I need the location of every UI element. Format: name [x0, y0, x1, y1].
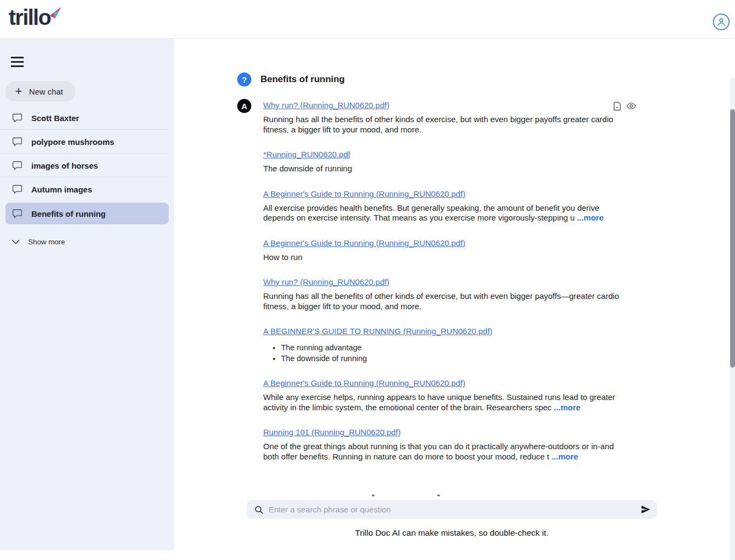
result-group: Why run? (Running_RUN0620.pdf)Running ha… — [263, 277, 629, 311]
result-group: Running 101 (Running_RUN0620.pdf)One of … — [263, 428, 629, 462]
sidebar-item-scott-baxter[interactable]: Scott Baxter — [0, 106, 174, 130]
sidebar-item-autumn-images[interactable]: Autumn images — [0, 177, 174, 201]
new-chat-button[interactable]: + New chat — [5, 81, 76, 102]
logo-paper-plane-icon — [49, 6, 62, 22]
result-link[interactable]: A Beginner's Guide to Running (Running_R… — [263, 238, 465, 248]
result-link[interactable]: A BEGINNER'S GUIDE TO RUNNING (Running_R… — [263, 326, 492, 336]
app-header: trillo — [0, 0, 735, 39]
result-snippet: Running has all the benefits of other ki… — [263, 291, 629, 311]
snippet-text: The downside of running — [263, 164, 352, 173]
chat-item-label: images of horses — [31, 161, 98, 170]
clipped-link-fragment — [372, 495, 375, 496]
result-snippet: How to run — [263, 252, 629, 263]
send-arrow-icon — [640, 504, 651, 515]
chat-bubble-icon — [12, 137, 23, 146]
result-actions — [612, 101, 636, 111]
result-group: A BEGINNER'S GUIDE TO RUNNING (Running_R… — [263, 326, 629, 363]
result-snippet: All exercise provides health benefits. B… — [263, 203, 629, 223]
sidebar: + New chat Scott Baxterpolypore mushroom… — [0, 39, 174, 550]
logo-text: trillo — [9, 5, 51, 29]
question-icon: ? — [237, 72, 251, 86]
chat-bubble-icon — [12, 209, 23, 218]
chat-bubble-icon — [12, 113, 23, 123]
result-snippet: The downside of running — [263, 164, 629, 174]
result-link[interactable]: A Beginner's Guide to Running (Running_R… — [263, 378, 465, 388]
chat-item-label: Scott Baxter — [31, 114, 79, 123]
answer-icon: A — [237, 99, 251, 113]
result-link[interactable]: *Running_RUN0620.pdf — [263, 150, 350, 159]
sidebar-item-benefits-of-running[interactable]: Benefits of running — [5, 203, 169, 224]
snippet-text: Running has all the benefits of other ki… — [263, 291, 619, 311]
sidebar-item-polypore-mushrooms[interactable]: polypore mushrooms — [0, 130, 174, 154]
chat-item-label: Autumn images — [31, 185, 92, 194]
result-snippet: Running has all the benefits of other ki… — [263, 115, 629, 135]
bullet-item: The running advantage — [281, 343, 629, 353]
chat-bubble-icon — [12, 184, 23, 194]
result-bullet-list: The running advantageThe downside of run… — [281, 343, 629, 363]
question-row: ? Benefits of running — [237, 72, 345, 86]
result-link[interactable]: Why run? (Running_RUN0620.pdf) — [263, 101, 389, 110]
show-more-button[interactable]: Show more — [0, 234, 174, 250]
chevron-down-icon — [12, 239, 19, 244]
result-group: Why run? (Running_RUN0620.pdf)Running ha… — [263, 101, 629, 135]
user-icon — [716, 17, 726, 27]
scrollbar-thumb[interactable] — [730, 109, 735, 368]
new-chat-label: New chat — [29, 87, 63, 96]
result-group: *Running_RUN0620.pdfThe downside of runn… — [263, 150, 629, 174]
sidebar-item-images-of-horses[interactable]: images of horses — [0, 154, 174, 177]
show-more-label: Show more — [28, 238, 65, 246]
result-group: A Beginner's Guide to Running (Running_R… — [263, 378, 629, 412]
app-logo[interactable]: trillo — [9, 5, 62, 29]
more-link[interactable]: ...more — [554, 403, 580, 412]
chat-item-label: Benefits of running — [31, 209, 106, 218]
result-snippet: While any exercise helps, running appear… — [263, 392, 629, 412]
result-link[interactable]: Why run? (Running_RUN0620.pdf) — [263, 277, 389, 286]
snippet-text: How to run — [263, 252, 303, 262]
clipped-link-fragment — [437, 495, 440, 496]
chat-bubble-icon — [12, 161, 23, 170]
more-link[interactable]: ...more — [577, 213, 604, 222]
more-link[interactable]: ...more — [551, 452, 578, 461]
result-link[interactable]: Running 101 (Running_RUN0620.pdf) — [263, 428, 400, 437]
snippet-text: Running has all the benefits of other ki… — [263, 115, 613, 134]
bullet-item: The downside of running — [281, 354, 629, 364]
result-link[interactable]: A Beginner's Guide to Running (Running_R… — [263, 189, 465, 198]
app-window: trillo + New chat Scott — [0, 0, 735, 560]
result-snippet: One of the great things about running is… — [263, 442, 629, 462]
results-panel: ? Benefits of running A Why run? (Runnin… — [174, 39, 735, 560]
chat-history-list: Scott Baxterpolypore mushroomsimages of … — [0, 106, 174, 226]
document-icon[interactable] — [612, 101, 622, 111]
chat-item-label: polypore mushrooms — [31, 137, 114, 146]
search-icon — [254, 505, 264, 515]
disclaimer-text: Trillo Doc AI can make mistakes, so doub… — [246, 528, 657, 538]
eye-icon[interactable] — [626, 101, 636, 111]
result-group: A Beginner's Guide to Running (Running_R… — [263, 189, 629, 223]
snippet-text: All exercise provides health benefits. B… — [263, 203, 599, 223]
search-input[interactable] — [269, 505, 640, 514]
answer-results: Why run? (Running_RUN0620.pdf)Running ha… — [263, 101, 629, 477]
user-avatar-button[interactable] — [713, 14, 730, 30]
result-group: A Beginner's Guide to Running (Running_R… — [263, 238, 629, 263]
send-button[interactable] — [640, 504, 651, 515]
search-bar — [246, 500, 657, 519]
menu-toggle-button[interactable] — [11, 57, 24, 67]
plus-icon: + — [15, 85, 22, 97]
question-title: Benefits of running — [260, 74, 345, 85]
